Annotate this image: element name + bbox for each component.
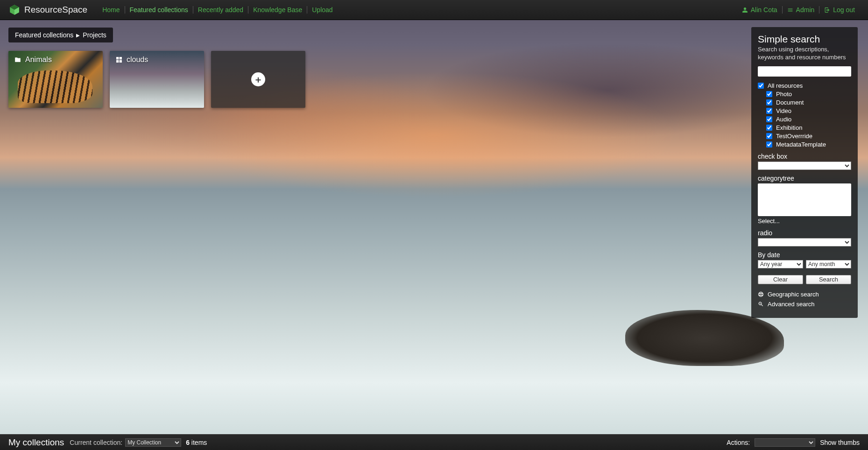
checkbox-all[interactable] bbox=[758, 83, 764, 89]
tile-clouds-label: clouds bbox=[127, 56, 148, 64]
svg-rect-3 bbox=[120, 60, 122, 63]
plus-icon: ＋ bbox=[251, 72, 265, 86]
svg-rect-1 bbox=[120, 57, 122, 59]
checkbox-type[interactable] bbox=[766, 125, 772, 131]
checkbox-type[interactable] bbox=[766, 141, 772, 148]
svg-rect-2 bbox=[116, 60, 119, 63]
search-description: Search using descriptions, keywords and … bbox=[758, 46, 851, 62]
collection-tiles: Animals clouds ＋ bbox=[8, 51, 868, 108]
svg-rect-0 bbox=[116, 57, 119, 59]
logout-link[interactable]: Log out bbox=[819, 6, 860, 14]
filter-type-label: Exhibition bbox=[776, 124, 802, 131]
filter-type-row[interactable]: Photo bbox=[766, 91, 851, 98]
nav-recent[interactable]: Recently added bbox=[193, 6, 248, 14]
filter-type-label: Photo bbox=[776, 91, 792, 98]
grid-icon bbox=[115, 56, 123, 63]
advanced-search-link[interactable]: Advanced search bbox=[758, 301, 851, 308]
bydate-label: By date bbox=[758, 251, 851, 259]
geographic-search-label: Geographic search bbox=[768, 291, 819, 298]
tile-animals-label: Animals bbox=[25, 56, 52, 64]
checkbox-type[interactable] bbox=[766, 116, 772, 122]
search-title: Simple search bbox=[758, 34, 851, 45]
globe-icon bbox=[758, 291, 764, 297]
current-collection-label: Current collection: bbox=[70, 439, 122, 446]
tile-animals[interactable]: Animals bbox=[8, 51, 103, 108]
filter-type-label: TestOverrride bbox=[776, 133, 812, 140]
filter-type-row[interactable]: Exhibition bbox=[766, 124, 851, 131]
nav-kb[interactable]: Knowledge Base bbox=[248, 6, 307, 14]
categorytree-label: categorytree bbox=[758, 175, 851, 182]
checkbox-type[interactable] bbox=[766, 133, 772, 139]
filter-type-row[interactable]: Video bbox=[766, 107, 851, 114]
actions-label: Actions: bbox=[727, 439, 750, 446]
radio-select[interactable] bbox=[758, 238, 851, 246]
filter-type-label: MetadataTemplate bbox=[776, 141, 826, 148]
search-button[interactable]: Search bbox=[806, 275, 851, 284]
year-select[interactable]: Any year bbox=[758, 260, 803, 268]
filter-type-label: Video bbox=[776, 107, 791, 114]
filter-all-label: All resources bbox=[768, 82, 803, 89]
filter-type-row[interactable]: Document bbox=[766, 99, 851, 106]
actions-select[interactable] bbox=[755, 438, 815, 447]
user-nav: Alin Cota Admin Log out bbox=[737, 6, 860, 14]
chevron-right-icon: ▶ bbox=[76, 33, 80, 38]
item-count-word: items bbox=[191, 439, 207, 446]
admin-link[interactable]: Admin bbox=[782, 6, 819, 14]
checkbox-type[interactable] bbox=[766, 99, 772, 105]
user-link[interactable]: Alin Cota bbox=[737, 6, 782, 14]
menu-icon bbox=[787, 7, 793, 13]
brand-name: ResourceSpace bbox=[24, 5, 87, 15]
advanced-search-label: Advanced search bbox=[768, 301, 814, 308]
logo-icon bbox=[8, 4, 21, 16]
nav-upload[interactable]: Upload bbox=[307, 6, 337, 14]
user-name: Alin Cota bbox=[751, 6, 777, 14]
show-thumbs-link[interactable]: Show thumbs bbox=[820, 439, 860, 446]
collections-title: My collections bbox=[8, 437, 64, 448]
brand-logo[interactable]: ResourceSpace bbox=[8, 4, 87, 16]
filter-type-row[interactable]: Audio bbox=[766, 116, 851, 123]
breadcrumb: Featured collections ▶ Projects bbox=[8, 28, 113, 42]
tile-clouds[interactable]: clouds bbox=[110, 51, 204, 108]
logout-icon bbox=[824, 7, 830, 13]
admin-label: Admin bbox=[796, 6, 815, 14]
filter-all-resources[interactable]: All resources bbox=[758, 82, 851, 89]
categorytree-select-link[interactable]: Select... bbox=[758, 218, 780, 225]
nav-featured[interactable]: Featured collections bbox=[125, 6, 193, 14]
breadcrumb-root[interactable]: Featured collections bbox=[15, 31, 73, 39]
categorytree-box[interactable] bbox=[758, 183, 851, 216]
search-panel: Simple search Search using descriptions,… bbox=[751, 27, 858, 318]
folder-icon bbox=[14, 56, 21, 63]
radio-label: radio bbox=[758, 229, 851, 237]
user-icon bbox=[742, 7, 748, 13]
filter-type-row[interactable]: MetadataTemplate bbox=[766, 141, 851, 148]
search-input[interactable] bbox=[758, 66, 851, 77]
clear-button[interactable]: Clear bbox=[758, 275, 803, 284]
month-select[interactable]: Any month bbox=[806, 260, 851, 268]
item-count: 6 items bbox=[186, 439, 207, 446]
checkbox-field-label: check box bbox=[758, 153, 851, 160]
nav-home[interactable]: Home bbox=[98, 6, 124, 14]
checkbox-select[interactable] bbox=[758, 162, 851, 170]
logout-label: Log out bbox=[833, 6, 855, 14]
breadcrumb-current: Projects bbox=[83, 31, 106, 39]
header-bar: ResourceSpace Home Featured collections … bbox=[0, 0, 868, 20]
filter-type-label: Document bbox=[776, 99, 804, 106]
collections-bar: My collections Current collection: My Co… bbox=[0, 434, 868, 450]
filter-type-label: Audio bbox=[776, 116, 791, 123]
search-plus-icon bbox=[758, 301, 764, 307]
item-count-number: 6 bbox=[186, 439, 190, 446]
current-collection-select[interactable]: My Collection bbox=[125, 438, 181, 447]
geographic-search-link[interactable]: Geographic search bbox=[758, 291, 851, 298]
checkbox-type[interactable] bbox=[766, 108, 772, 114]
checkbox-type[interactable] bbox=[766, 91, 772, 97]
main-nav: Home Featured collections Recently added… bbox=[98, 6, 737, 14]
tile-add[interactable]: ＋ bbox=[211, 51, 305, 108]
filter-type-row[interactable]: TestOverrride bbox=[766, 133, 851, 140]
